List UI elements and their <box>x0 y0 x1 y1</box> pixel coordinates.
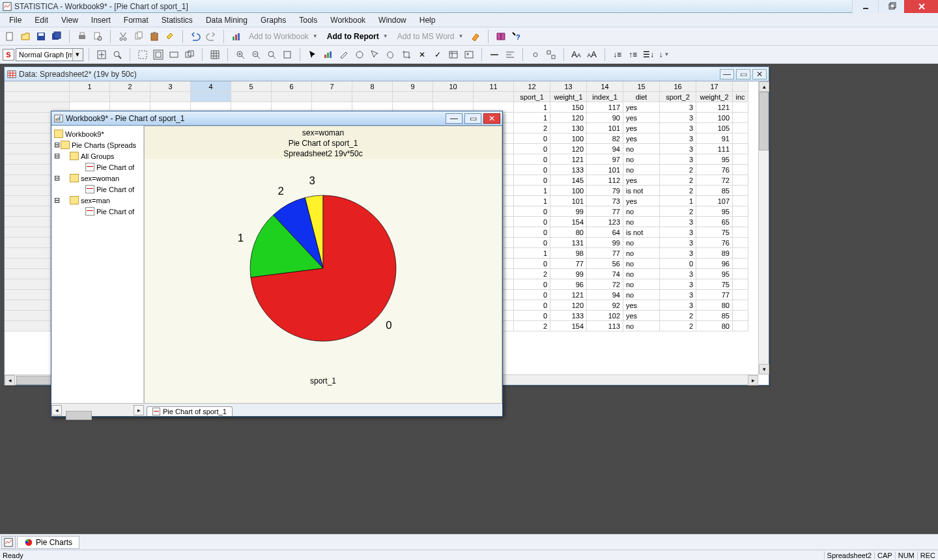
workbook-close-button[interactable]: ✕ <box>483 113 500 124</box>
hline-button[interactable] <box>487 48 502 62</box>
svg-rect-42 <box>327 53 329 58</box>
group-button[interactable] <box>544 48 558 62</box>
brush-tool[interactable] <box>321 48 335 62</box>
menu-graphs[interactable]: Graphs <box>255 14 291 26</box>
tree-hscroll[interactable]: ◂▸ <box>51 403 144 416</box>
workbook-minimize-button[interactable]: ― <box>446 113 462 124</box>
svg-rect-50 <box>552 55 555 59</box>
annotate-button[interactable] <box>352 48 367 62</box>
sort-asc-button[interactable]: ↓≡ <box>610 48 625 62</box>
graph-type-combo[interactable]: Normal Graph [m... ▾ <box>16 48 83 61</box>
open-button[interactable] <box>18 29 33 44</box>
pie-label-0: 0 <box>386 319 391 331</box>
menu-statistics[interactable]: Statistics <box>156 14 198 26</box>
menu-data-mining[interactable]: Data Mining <box>201 14 253 26</box>
window-minimize-button[interactable] <box>852 0 878 13</box>
tree-folder-women[interactable]: ⊟sex=woman <box>53 173 142 184</box>
format-painter-button[interactable] <box>163 29 177 44</box>
crop-tool[interactable] <box>399 48 414 62</box>
check-tool[interactable]: ✓ <box>431 48 445 62</box>
spreadsheet-titlebar[interactable]: Data: Spreadsheet2* (19v by 50c) ― ▭ ✕ <box>5 67 769 81</box>
edit-graph-button[interactable] <box>337 48 351 62</box>
add-to-report-dropdown[interactable]: Add to Report▼ <box>323 32 392 41</box>
workbook-tree[interactable]: Workbook9* ⊟Pie Charts (Spreads ⊟All Gro… <box>51 126 144 416</box>
dup-window-button[interactable] <box>182 48 197 62</box>
taskbar-piecharts-label: Pie Charts <box>36 538 72 547</box>
add-to-workbook-dropdown[interactable]: Add to Workbook▼ <box>245 32 322 41</box>
spreadsheet-vscroll[interactable]: ▴ ▾ <box>758 81 769 374</box>
aspect-button[interactable] <box>167 48 181 62</box>
tree-leaf-allgroups[interactable]: Pie Chart of <box>53 161 142 173</box>
print-preview-button[interactable] <box>91 29 105 44</box>
print-button[interactable] <box>75 29 89 44</box>
menu-tools[interactable]: Tools <box>294 14 322 26</box>
tree-leaf-women[interactable]: Pie Chart of <box>53 184 142 195</box>
zoom-actual-button[interactable] <box>94 48 109 62</box>
new-button[interactable] <box>3 29 17 44</box>
spreadsheet-maximize-button[interactable]: ▭ <box>736 69 750 79</box>
tree-folder-piecharts[interactable]: ⊟Pie Charts (Spreads <box>53 139 142 150</box>
link-button[interactable] <box>528 48 543 62</box>
menu-workbook[interactable]: Workbook <box>325 14 371 26</box>
menu-format[interactable]: Format <box>119 14 154 26</box>
mark-tool[interactable]: ✕ <box>415 48 429 62</box>
save-all-button[interactable] <box>50 29 64 44</box>
tree-root[interactable]: Workbook9* <box>53 128 142 139</box>
pointer-tool[interactable] <box>306 48 320 62</box>
menu-edit[interactable]: Edit <box>29 14 53 26</box>
graph-title-1: sex=woman <box>145 128 502 138</box>
window-close-button[interactable] <box>904 0 938 13</box>
menu-view[interactable]: View <box>56 14 83 26</box>
zoom-in-button[interactable] <box>233 48 248 62</box>
tree-folder-allgroups[interactable]: ⊟All Groups <box>53 150 142 161</box>
menu-insert[interactable]: Insert <box>86 14 116 26</box>
graph-title-2: Pie Chart of sport_1 <box>145 138 502 148</box>
graph-area[interactable]: sex=woman Pie Chart of sport_1 Spreadshe… <box>144 126 502 416</box>
fontsize-inc-button[interactable]: AA <box>569 48 584 62</box>
workbook-maximize-button[interactable]: ▭ <box>464 113 481 124</box>
menu-help[interactable]: Help <box>414 14 441 26</box>
context-help-button[interactable]: ? <box>509 29 524 44</box>
help-book-button[interactable] <box>494 29 508 44</box>
paste-button[interactable] <box>147 29 162 44</box>
more-button[interactable]: ↓▼ <box>657 48 672 62</box>
cut-button[interactable] <box>116 29 130 44</box>
zoom-tool-button[interactable] <box>110 48 124 62</box>
undo-button[interactable] <box>188 29 203 44</box>
add-to-msword-dropdown[interactable]: Add to MS Word▼ <box>393 32 468 41</box>
spreadsheet-close-button[interactable]: ✕ <box>752 69 767 79</box>
window-restore-button[interactable] <box>878 0 904 13</box>
copy-button[interactable] <box>132 29 146 44</box>
tree-leaf-men[interactable]: Pie Chart of <box>53 206 142 217</box>
select-tool[interactable] <box>368 48 382 62</box>
fontsize-dec-button[interactable]: AA <box>585 48 599 62</box>
taskbar-piecharts-button[interactable]: Pie Charts <box>17 536 79 549</box>
spreadsheet-minimize-button[interactable]: ― <box>720 69 734 79</box>
chart-wizard-button[interactable] <box>229 29 244 44</box>
workbook-tab-active[interactable]: Pie Chart of sport_1 <box>147 406 233 416</box>
fit-window-button[interactable] <box>151 48 165 62</box>
pan-button[interactable] <box>264 48 279 62</box>
save-button[interactable] <box>34 29 48 44</box>
workbook-titlebar[interactable]: Workbook9* - Pie Chart of sport_1 ― ▭ ✕ <box>51 111 502 126</box>
options-button[interactable] <box>468 29 483 44</box>
lasso-tool[interactable] <box>384 48 398 62</box>
taskbar-app-button[interactable] <box>1 536 16 549</box>
graph-data-button[interactable] <box>446 48 461 62</box>
fit-button[interactable] <box>135 48 150 62</box>
align-group-button[interactable] <box>503 48 517 62</box>
redo-button[interactable] <box>204 29 218 44</box>
svg-rect-30 <box>156 52 161 57</box>
filter-button[interactable]: ☰↓ <box>642 48 656 62</box>
image-button[interactable] <box>462 48 476 62</box>
gridlines-button[interactable] <box>208 48 222 62</box>
svg-rect-8 <box>38 33 44 36</box>
app-title: STATISTICA - Workbook9* - [Pie Chart of … <box>14 2 188 11</box>
menu-file[interactable]: File <box>4 14 27 26</box>
tree-folder-men[interactable]: ⊟sex=man <box>53 195 142 206</box>
zoom-reset-button[interactable] <box>280 48 294 62</box>
svg-rect-12 <box>80 33 84 35</box>
menu-window[interactable]: Window <box>373 14 412 26</box>
zoom-out-button[interactable] <box>249 48 263 62</box>
sort-desc-button[interactable]: ↑≡ <box>626 48 640 62</box>
